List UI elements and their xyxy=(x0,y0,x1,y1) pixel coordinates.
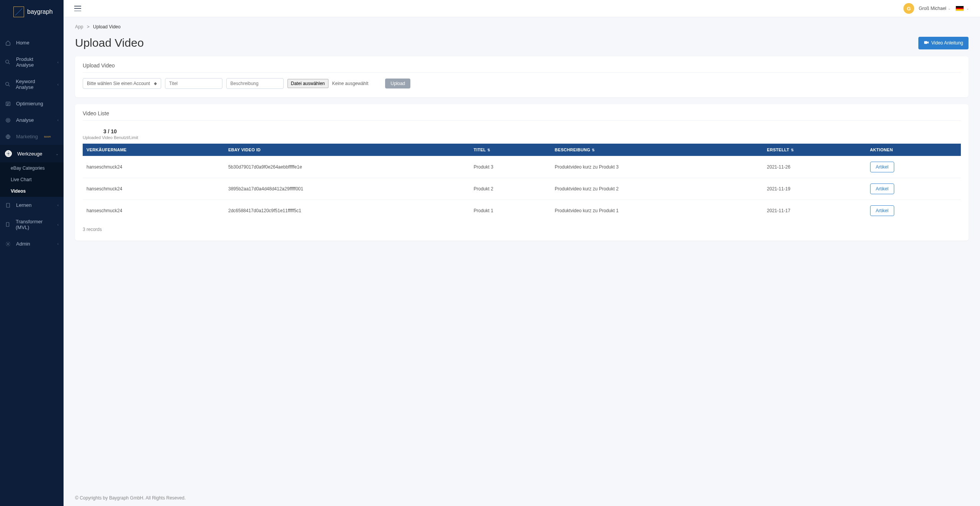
sidebar-item-marketing[interactable]: Marketing soon xyxy=(0,128,64,145)
col-actions: AKTIONEN xyxy=(866,144,961,156)
subnav-item-ebay-categories[interactable]: eBay Categories xyxy=(0,162,64,174)
subnav-item-videos[interactable]: Videos xyxy=(0,185,64,197)
upload-limit: 3 / 10 xyxy=(103,128,961,134)
sidebar-item-label: Marketing xyxy=(16,134,38,139)
list-icon xyxy=(5,101,11,106)
file-chosen-label: Keine ausgewählt xyxy=(332,81,369,86)
svg-point-4 xyxy=(7,119,9,121)
cell-title: Produkt 1 xyxy=(470,200,551,222)
flag-de-icon xyxy=(956,6,964,11)
cell-actions: Artikel xyxy=(866,200,961,222)
video-list-title: Video Liste xyxy=(83,110,961,116)
svg-point-0 xyxy=(6,60,9,63)
sidebar-item-label: Home xyxy=(16,40,29,46)
col-created[interactable]: ERSTELLT⇅ xyxy=(763,144,866,156)
col-title[interactable]: TITEL⇅ xyxy=(470,144,551,156)
subnav-item-live-chart[interactable]: Live Chart xyxy=(0,174,64,185)
sidebar-item-optimierung[interactable]: Optimierung xyxy=(0,95,64,112)
hamburger-icon[interactable] xyxy=(74,6,81,11)
globe-icon xyxy=(5,134,11,139)
cell-seller: hanseschmuck24 xyxy=(83,156,224,178)
chevron-down-icon: ⌄ xyxy=(966,7,969,10)
upload-button[interactable]: Upload xyxy=(385,79,410,88)
breadcrumb: App > Upload Video xyxy=(75,24,969,29)
footer: © Copyrights by Baygraph GmbH. All Right… xyxy=(64,490,980,506)
sort-icon: ⇅ xyxy=(487,148,490,152)
artikel-button[interactable]: Artikel xyxy=(870,162,894,172)
cell-actions: Artikel xyxy=(866,156,961,178)
col-video-id[interactable]: EBAY VIDEO ID xyxy=(224,144,470,156)
chevron-left-icon: ‹ xyxy=(57,223,59,227)
sidebar-item-werkzeuge[interactable]: Werkzeuge ⌄ xyxy=(0,145,64,162)
chevron-left-icon: ‹ xyxy=(57,242,59,246)
sidebar-item-label: Werkzeuge xyxy=(17,151,42,157)
sidebar-item-label: Lernen xyxy=(16,202,31,208)
sidebar-item-transformer[interactable]: Transformer (MVL) ‹ xyxy=(0,213,64,236)
avatar[interactable]: G xyxy=(903,3,914,14)
chevron-left-icon: ‹ xyxy=(57,60,59,64)
video-table: VERKÄUFERNAME EBAY VIDEO ID TITEL⇅ BESCH… xyxy=(83,144,961,221)
chevron-left-icon: ‹ xyxy=(57,203,59,207)
cell-desc: Produktvideo kurz zu Produkt 1 xyxy=(551,200,763,222)
search-icon xyxy=(5,82,10,87)
sidebar-item-produkt-analyse[interactable]: Produkt Analyse ‹ xyxy=(0,51,64,73)
sidebar-item-label: Produkt Analyse xyxy=(16,56,52,68)
sidebar-item-keyword-analyse[interactable]: Keyword Analyse ‹ xyxy=(0,73,64,95)
cell-actions: Artikel xyxy=(866,178,961,200)
col-desc[interactable]: BESCHREIBUNG⇅ xyxy=(551,144,763,156)
soon-badge: soon xyxy=(44,135,51,138)
logo-icon xyxy=(13,7,24,17)
chevron-down-icon: ⌄ xyxy=(948,7,951,10)
sidebar-item-lernen[interactable]: Lernen ‹ xyxy=(0,197,64,213)
cell-created: 2021-11-17 xyxy=(763,200,866,222)
logo-text: baygraph xyxy=(27,8,53,15)
topbar: G Groß Michael ⌄ ⌄ xyxy=(64,0,980,17)
account-select-placeholder: Bitte wählen Sie einen Account xyxy=(87,81,150,86)
description-input[interactable] xyxy=(226,78,284,89)
target-icon xyxy=(5,117,11,123)
sidebar-item-label: Transformer (MVL) xyxy=(16,219,52,230)
sidebar-item-analyse[interactable]: Analyse ‹ xyxy=(0,112,64,128)
sidebar-item-admin[interactable]: Admin ‹ xyxy=(0,236,64,252)
breadcrumb-root[interactable]: App xyxy=(75,24,83,29)
page-title: Upload Video xyxy=(75,36,144,49)
svg-point-9 xyxy=(7,243,9,245)
gear-icon xyxy=(5,241,11,247)
content: App > Upload Video Upload Video Video An… xyxy=(64,17,980,490)
svg-point-6 xyxy=(8,153,9,154)
cell-video-id: 2dc6588417d0a120c9f51e11fffff5c1 xyxy=(224,200,470,222)
video-icon xyxy=(924,40,929,46)
sort-icon: ⇅ xyxy=(791,148,794,152)
topbar-right: G Groß Michael ⌄ ⌄ xyxy=(903,3,969,14)
logo[interactable]: baygraph xyxy=(0,0,64,24)
video-guide-button[interactable]: Video Anleitung xyxy=(918,37,969,49)
col-seller[interactable]: VERKÄUFERNAME xyxy=(83,144,224,156)
page-head: Upload Video Video Anleitung xyxy=(75,36,969,49)
account-select[interactable]: Bitte wählen Sie einen Account xyxy=(83,78,161,89)
cell-desc: Produktvideo kurz zu Produkt 2 xyxy=(551,178,763,200)
artikel-button[interactable]: Artikel xyxy=(870,205,894,216)
table-row: hanseschmuck243895b2aa17d0a4d48d412a29ff… xyxy=(83,178,961,200)
breadcrumb-separator: > xyxy=(87,24,90,29)
user-menu[interactable]: Groß Michael ⌄ xyxy=(919,6,951,11)
language-selector[interactable]: ⌄ xyxy=(956,6,969,11)
table-row: hanseschmuck245b30d79017d0a9f0e264aebbff… xyxy=(83,156,961,178)
cell-seller: hanseschmuck24 xyxy=(83,200,224,222)
breadcrumb-current: Upload Video xyxy=(93,24,121,29)
cell-title: Produkt 2 xyxy=(470,178,551,200)
sidebar-item-label: Keyword Analyse xyxy=(16,79,52,90)
cell-created: 2021-11-19 xyxy=(763,178,866,200)
sidebar-item-home[interactable]: Home xyxy=(0,34,64,51)
sidebar-item-label: Admin xyxy=(16,241,30,247)
title-input[interactable] xyxy=(165,78,222,89)
search-icon xyxy=(5,59,11,65)
artikel-button[interactable]: Artikel xyxy=(870,183,894,194)
cell-video-id: 5b30d79017d0a9f0e264aebbfffffe1e xyxy=(224,156,470,178)
device-icon xyxy=(5,222,10,228)
file-choose-button[interactable]: Datei auswählen xyxy=(287,79,328,88)
sidebar: baygraph Home Produkt Analyse ‹ Keyword … xyxy=(0,0,64,506)
cell-created: 2021-11-26 xyxy=(763,156,866,178)
chevron-down-icon: ⌄ xyxy=(56,152,59,156)
user-name: Groß Michael xyxy=(919,6,946,11)
upload-card-title: Upload Video xyxy=(83,62,961,69)
